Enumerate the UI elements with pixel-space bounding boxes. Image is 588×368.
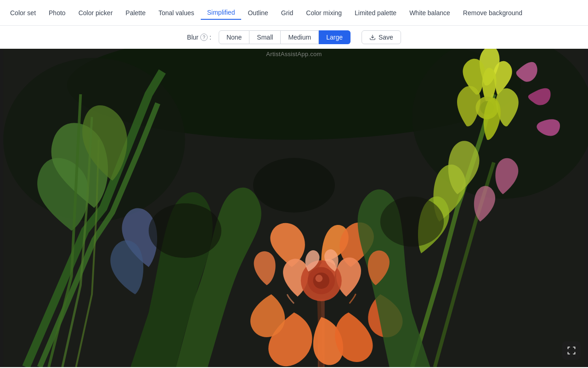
nav-item-photo[interactable]: Photo	[42, 6, 72, 19]
nav-item-color-set[interactable]: Color set	[4, 6, 42, 19]
nav-item-color-mixing[interactable]: Color mixing	[300, 6, 348, 19]
top-navigation: Color setPhotoColor pickerPaletteTonal v…	[0, 0, 588, 26]
save-button[interactable]: Save	[362, 30, 401, 44]
nav-item-color-picker[interactable]: Color picker	[72, 6, 119, 19]
image-area: ArtistAssistApp.com	[0, 49, 588, 367]
blur-label-text: Blur	[187, 34, 198, 41]
compress-icon	[567, 346, 576, 355]
blur-btn-medium[interactable]: Medium	[281, 30, 319, 44]
fullscreen-button[interactable]	[562, 341, 581, 360]
blur-button-group: NoneSmallMediumLarge	[219, 30, 351, 44]
nav-item-simplified[interactable]: Simplified	[201, 6, 242, 20]
nav-item-remove-background[interactable]: Remove background	[457, 6, 529, 19]
nav-item-white-balance[interactable]: White balance	[403, 6, 457, 19]
image-canvas	[0, 49, 588, 367]
nav-item-limited-palette[interactable]: Limited palette	[348, 6, 403, 19]
download-icon	[369, 34, 376, 40]
nav-item-palette[interactable]: Palette	[119, 6, 152, 19]
svg-point-12	[315, 275, 322, 282]
nav-item-outline[interactable]: Outline	[241, 6, 274, 19]
blur-btn-large[interactable]: Large	[319, 30, 351, 44]
nav-item-grid[interactable]: Grid	[275, 6, 300, 19]
svg-point-13	[149, 203, 221, 258]
save-label: Save	[379, 34, 393, 41]
blur-btn-small[interactable]: Small	[249, 30, 281, 44]
controls-bar: Blur ? : NoneSmallMediumLarge Save	[0, 26, 588, 49]
svg-point-15	[253, 158, 335, 213]
svg-point-14	[380, 196, 444, 247]
blur-help-icon[interactable]: ?	[200, 34, 208, 41]
blur-btn-none[interactable]: None	[219, 30, 249, 44]
nav-item-tonal-values[interactable]: Tonal values	[152, 6, 201, 19]
blur-label-group: Blur ? :	[187, 34, 211, 41]
